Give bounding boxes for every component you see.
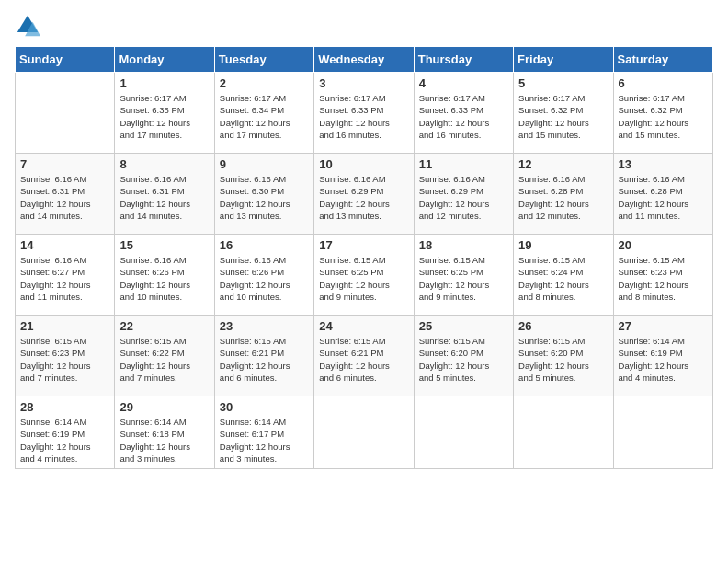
day-number: 9 bbox=[220, 157, 309, 171]
logo bbox=[15, 13, 42, 39]
day-number: 22 bbox=[119, 319, 209, 333]
header-row: SundayMondayTuesdayWednesdayThursdayFrid… bbox=[16, 47, 713, 73]
weekday-header: Saturday bbox=[613, 47, 712, 73]
day-number: 10 bbox=[319, 157, 408, 171]
day-info: Sunrise: 6:16 AM Sunset: 6:31 PM Dayligh… bbox=[20, 173, 109, 222]
calendar-cell: 24Sunrise: 6:15 AM Sunset: 6:21 PM Dayli… bbox=[314, 316, 414, 396]
day-number: 21 bbox=[20, 319, 109, 333]
day-number: 29 bbox=[119, 400, 209, 414]
day-number: 13 bbox=[619, 157, 708, 171]
day-info: Sunrise: 6:15 AM Sunset: 6:22 PM Dayligh… bbox=[119, 335, 209, 384]
day-info: Sunrise: 6:15 AM Sunset: 6:23 PM Dayligh… bbox=[619, 254, 708, 303]
calendar-week-row: 21Sunrise: 6:15 AM Sunset: 6:23 PM Dayli… bbox=[16, 316, 713, 396]
calendar-cell: 25Sunrise: 6:15 AM Sunset: 6:20 PM Dayli… bbox=[414, 316, 513, 396]
calendar-cell: 7Sunrise: 6:16 AM Sunset: 6:31 PM Daylig… bbox=[16, 154, 115, 235]
page-container: SundayMondayTuesdayWednesdayThursdayFrid… bbox=[0, 0, 728, 478]
page-header bbox=[15, 9, 713, 39]
weekday-header: Wednesday bbox=[314, 47, 414, 73]
calendar-cell: 15Sunrise: 6:16 AM Sunset: 6:26 PM Dayli… bbox=[115, 235, 214, 316]
calendar-cell: 13Sunrise: 6:16 AM Sunset: 6:28 PM Dayli… bbox=[613, 154, 712, 235]
calendar-cell: 2Sunrise: 6:17 AM Sunset: 6:34 PM Daylig… bbox=[214, 73, 313, 154]
calendar-cell: 6Sunrise: 6:17 AM Sunset: 6:32 PM Daylig… bbox=[613, 73, 712, 154]
calendar-cell: 21Sunrise: 6:15 AM Sunset: 6:23 PM Dayli… bbox=[16, 316, 115, 396]
day-number: 14 bbox=[20, 238, 109, 252]
day-info: Sunrise: 6:16 AM Sunset: 6:28 PM Dayligh… bbox=[518, 173, 608, 222]
calendar-cell: 29Sunrise: 6:14 AM Sunset: 6:18 PM Dayli… bbox=[115, 396, 214, 469]
logo-icon bbox=[15, 13, 40, 39]
calendar-cell: 26Sunrise: 6:15 AM Sunset: 6:20 PM Dayli… bbox=[514, 316, 613, 396]
day-number: 11 bbox=[419, 157, 508, 171]
day-number: 20 bbox=[619, 238, 708, 252]
day-info: Sunrise: 6:14 AM Sunset: 6:19 PM Dayligh… bbox=[20, 416, 109, 465]
day-info: Sunrise: 6:17 AM Sunset: 6:32 PM Dayligh… bbox=[518, 92, 608, 141]
weekday-header: Thursday bbox=[414, 47, 513, 73]
calendar-cell: 3Sunrise: 6:17 AM Sunset: 6:33 PM Daylig… bbox=[314, 73, 414, 154]
day-number: 4 bbox=[419, 76, 508, 90]
calendar-cell: 20Sunrise: 6:15 AM Sunset: 6:23 PM Dayli… bbox=[613, 235, 712, 316]
day-number: 27 bbox=[619, 319, 708, 333]
calendar-cell bbox=[613, 396, 712, 469]
day-number: 26 bbox=[518, 319, 608, 333]
calendar-cell: 10Sunrise: 6:16 AM Sunset: 6:29 PM Dayli… bbox=[314, 154, 414, 235]
calendar-cell: 12Sunrise: 6:16 AM Sunset: 6:28 PM Dayli… bbox=[514, 154, 613, 235]
day-info: Sunrise: 6:14 AM Sunset: 6:17 PM Dayligh… bbox=[220, 416, 309, 465]
day-number: 1 bbox=[119, 76, 209, 90]
day-info: Sunrise: 6:16 AM Sunset: 6:29 PM Dayligh… bbox=[419, 173, 508, 222]
calendar-body: 1Sunrise: 6:17 AM Sunset: 6:35 PM Daylig… bbox=[16, 73, 713, 469]
weekday-header: Friday bbox=[514, 47, 613, 73]
day-number: 8 bbox=[119, 157, 209, 171]
day-info: Sunrise: 6:17 AM Sunset: 6:32 PM Dayligh… bbox=[619, 92, 708, 141]
day-info: Sunrise: 6:14 AM Sunset: 6:18 PM Dayligh… bbox=[119, 416, 209, 465]
day-number: 30 bbox=[220, 400, 309, 414]
calendar-week-row: 7Sunrise: 6:16 AM Sunset: 6:31 PM Daylig… bbox=[16, 154, 713, 235]
calendar-cell: 1Sunrise: 6:17 AM Sunset: 6:35 PM Daylig… bbox=[115, 73, 214, 154]
day-number: 3 bbox=[319, 76, 408, 90]
day-number: 7 bbox=[20, 157, 109, 171]
calendar-header: SundayMondayTuesdayWednesdayThursdayFrid… bbox=[16, 47, 713, 73]
day-info: Sunrise: 6:16 AM Sunset: 6:26 PM Dayligh… bbox=[119, 254, 209, 303]
day-info: Sunrise: 6:15 AM Sunset: 6:20 PM Dayligh… bbox=[518, 335, 608, 384]
day-info: Sunrise: 6:16 AM Sunset: 6:27 PM Dayligh… bbox=[20, 254, 109, 303]
calendar-cell: 18Sunrise: 6:15 AM Sunset: 6:25 PM Dayli… bbox=[414, 235, 513, 316]
calendar-cell: 19Sunrise: 6:15 AM Sunset: 6:24 PM Dayli… bbox=[514, 235, 613, 316]
day-info: Sunrise: 6:16 AM Sunset: 6:31 PM Dayligh… bbox=[119, 173, 209, 222]
day-info: Sunrise: 6:16 AM Sunset: 6:26 PM Dayligh… bbox=[220, 254, 309, 303]
calendar-week-row: 28Sunrise: 6:14 AM Sunset: 6:19 PM Dayli… bbox=[16, 396, 713, 469]
calendar-cell bbox=[16, 73, 115, 154]
day-info: Sunrise: 6:15 AM Sunset: 6:25 PM Dayligh… bbox=[319, 254, 408, 303]
weekday-header: Monday bbox=[115, 47, 214, 73]
day-number: 17 bbox=[319, 238, 408, 252]
day-number: 25 bbox=[419, 319, 508, 333]
day-info: Sunrise: 6:15 AM Sunset: 6:23 PM Dayligh… bbox=[20, 335, 109, 384]
day-number: 28 bbox=[20, 400, 109, 414]
calendar-cell bbox=[414, 396, 513, 469]
day-info: Sunrise: 6:16 AM Sunset: 6:29 PM Dayligh… bbox=[319, 173, 408, 222]
calendar-cell bbox=[514, 396, 613, 469]
day-number: 12 bbox=[518, 157, 608, 171]
day-info: Sunrise: 6:17 AM Sunset: 6:33 PM Dayligh… bbox=[319, 92, 408, 141]
weekday-header: Tuesday bbox=[214, 47, 313, 73]
calendar-cell: 8Sunrise: 6:16 AM Sunset: 6:31 PM Daylig… bbox=[115, 154, 214, 235]
day-info: Sunrise: 6:15 AM Sunset: 6:24 PM Dayligh… bbox=[518, 254, 608, 303]
day-info: Sunrise: 6:16 AM Sunset: 6:28 PM Dayligh… bbox=[619, 173, 708, 222]
calendar-cell: 14Sunrise: 6:16 AM Sunset: 6:27 PM Dayli… bbox=[16, 235, 115, 316]
calendar-cell bbox=[314, 396, 414, 469]
day-info: Sunrise: 6:15 AM Sunset: 6:20 PM Dayligh… bbox=[419, 335, 508, 384]
calendar-cell: 28Sunrise: 6:14 AM Sunset: 6:19 PM Dayli… bbox=[16, 396, 115, 469]
day-number: 5 bbox=[518, 76, 608, 90]
calendar-cell: 5Sunrise: 6:17 AM Sunset: 6:32 PM Daylig… bbox=[514, 73, 613, 154]
calendar-cell: 9Sunrise: 6:16 AM Sunset: 6:30 PM Daylig… bbox=[214, 154, 313, 235]
day-number: 23 bbox=[220, 319, 309, 333]
calendar-cell: 17Sunrise: 6:15 AM Sunset: 6:25 PM Dayli… bbox=[314, 235, 414, 316]
day-number: 6 bbox=[619, 76, 708, 90]
calendar-cell: 22Sunrise: 6:15 AM Sunset: 6:22 PM Dayli… bbox=[115, 316, 214, 396]
calendar-week-row: 14Sunrise: 6:16 AM Sunset: 6:27 PM Dayli… bbox=[16, 235, 713, 316]
day-number: 19 bbox=[518, 238, 608, 252]
calendar-cell: 11Sunrise: 6:16 AM Sunset: 6:29 PM Dayli… bbox=[414, 154, 513, 235]
day-number: 24 bbox=[319, 319, 408, 333]
day-info: Sunrise: 6:17 AM Sunset: 6:34 PM Dayligh… bbox=[220, 92, 309, 141]
day-number: 16 bbox=[220, 238, 309, 252]
calendar-cell: 23Sunrise: 6:15 AM Sunset: 6:21 PM Dayli… bbox=[214, 316, 313, 396]
day-info: Sunrise: 6:17 AM Sunset: 6:35 PM Dayligh… bbox=[119, 92, 209, 141]
day-info: Sunrise: 6:16 AM Sunset: 6:30 PM Dayligh… bbox=[220, 173, 309, 222]
